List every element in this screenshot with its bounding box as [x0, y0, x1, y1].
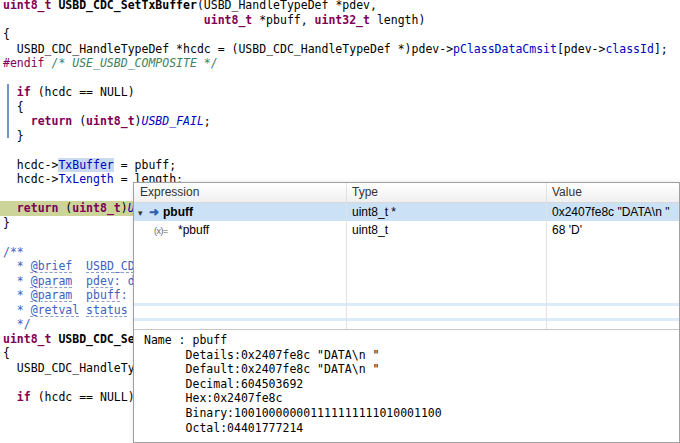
code-token: if — [17, 390, 31, 404]
code-token — [72, 288, 86, 302]
code-token: uint8_t — [3, 0, 51, 12]
code-token: status — [86, 303, 128, 317]
empty-row-stripe — [134, 303, 679, 306]
column-separator — [546, 183, 547, 329]
expression-cell: (x)=*pbuff — [134, 221, 346, 239]
code-token: * — [3, 259, 31, 273]
code-token: USBD_FAIL — [142, 114, 204, 128]
expression-row-deref-pbuff[interactable]: (x)=*pbuff uint8_t 68 'D' — [134, 221, 679, 239]
code-token — [3, 13, 204, 27]
code-token: ( — [197, 0, 204, 12]
code-token: *hcdc = ( — [169, 42, 238, 56]
code-token: USBD_HandleTypeDef — [204, 0, 329, 12]
code-line[interactable]: return (uint8_t)USBD_FAIL; — [3, 114, 680, 129]
detail-line: Name : pbuff — [144, 333, 679, 348]
expression-name: *pbuff — [178, 223, 209, 237]
code-token: return — [17, 201, 59, 215]
code-token: @param — [31, 274, 73, 288]
expression-row-pbuff[interactable]: ▾➜pbuff uint8_t * 0x2407fe8c "DATA\n " — [134, 203, 679, 221]
column-header-value[interactable]: Value — [546, 183, 679, 202]
code-line[interactable] — [3, 71, 680, 86]
code-token — [3, 201, 17, 215]
code-token: ; — [204, 114, 211, 128]
code-token: USBD_CDC_SetTxBuffer — [58, 0, 196, 12]
code-token — [3, 85, 17, 99]
expressions-table-header: Expression Type Value — [134, 183, 679, 203]
details-pane: Name : pbuff Details:0x2407fe8c "DATA\n … — [134, 329, 679, 442]
code-token: return — [31, 114, 73, 128]
expand-toggle-icon[interactable]: ▾ — [138, 204, 149, 221]
code-line[interactable]: { — [3, 27, 680, 42]
code-token: * — [3, 288, 31, 302]
detail-line: Binary:100100000001111111111010001100 — [144, 406, 679, 421]
code-token: uint8_t — [72, 201, 120, 215]
code-token: uint32_t — [315, 13, 370, 27]
code-token: ( — [58, 201, 72, 215]
code-token: ]; — [654, 42, 668, 56]
column-separator — [346, 183, 347, 329]
variables-inspect-popup: Expression Type Value ▾➜pbuff uint8_t * … — [133, 182, 680, 443]
code-token: * — [3, 274, 31, 288]
detail-line: Octal:04401777214 — [144, 421, 679, 436]
code-token: ) — [121, 201, 128, 215]
code-token: /* USE_USBD_COMPOSITE */ — [51, 56, 217, 70]
code-token: #endif — [3, 56, 45, 70]
code-line[interactable]: uint8_t *pbuff, uint32_t length) — [3, 13, 680, 28]
code-token: @retval — [31, 303, 79, 317]
code-token: *)pdev-> — [391, 42, 453, 56]
detail-line: Details:0x2407fe8c "DATA\n " — [144, 348, 679, 363]
code-token — [72, 274, 86, 288]
code-token: USBD_CDC_HandleTy — [17, 361, 135, 375]
code-token: pbuff — [86, 288, 121, 302]
column-header-type[interactable]: Type — [346, 183, 546, 202]
code-token: ( — [72, 114, 86, 128]
code-token: [pdev-> — [557, 42, 605, 56]
expression-type: uint8_t * — [346, 203, 546, 221]
code-token: uint8_t — [204, 13, 252, 27]
detail-line: Hex:0x2407fe8c — [144, 391, 679, 406]
code-token: { — [3, 27, 10, 41]
code-token: @param — [31, 288, 73, 302]
code-token: uint8_t — [86, 114, 134, 128]
code-token: classId — [605, 42, 653, 56]
code-token: if — [17, 85, 31, 99]
code-token: @brief — [31, 259, 73, 273]
detail-line: Default:0x2407fe8c "DATA\n " — [144, 362, 679, 377]
expression-cell: ▾➜pbuff — [134, 203, 346, 221]
code-token: USBD_CDC_Se — [58, 332, 134, 346]
code-token — [3, 390, 17, 404]
code-token — [3, 42, 17, 56]
code-line[interactable] — [3, 143, 680, 158]
code-token: TxBuffer — [58, 158, 113, 172]
code-line[interactable]: } — [3, 129, 680, 144]
code-token: : — [121, 288, 128, 302]
code-token: *pbuff, — [252, 13, 314, 27]
code-token: pdev — [86, 274, 114, 288]
editor-viewport: uint8_t USBD_CDC_SetTxBuffer(USBD_Handle… — [0, 0, 680, 443]
code-line[interactable]: USBD_CDC_HandleTypeDef *hcdc = (USBD_CDC… — [3, 42, 680, 57]
code-token: USBD_CDC_HandleTypeDef — [238, 42, 390, 56]
range-indicator-bar — [7, 84, 9, 138]
detail-line: Decimal:604503692 — [144, 377, 679, 392]
code-token: uint8_t — [3, 332, 51, 346]
code-line[interactable]: { — [3, 100, 680, 115]
code-token: hcdc-> — [3, 158, 58, 172]
code-token: { — [3, 346, 10, 360]
column-header-expression[interactable]: Expression — [134, 183, 346, 202]
pointer-variable-icon: ➜ — [149, 203, 163, 221]
code-token: hcdc-> — [3, 172, 58, 186]
code-line[interactable]: if (hcdc == NULL) — [3, 85, 680, 100]
code-token — [72, 259, 86, 273]
code-line[interactable]: uint8_t USBD_CDC_SetTxBuffer(USBD_Handle… — [3, 0, 680, 13]
code-token: length) — [370, 13, 425, 27]
code-token: pClassDataCmsit — [453, 42, 557, 56]
code-line[interactable]: #endif /* USE_USBD_COMPOSITE */ — [3, 56, 680, 71]
expression-x-icon: (x)= — [154, 222, 178, 239]
code-token: */ — [3, 317, 31, 331]
code-token: ) — [135, 114, 142, 128]
code-token: /** — [3, 245, 24, 259]
code-line[interactable]: hcdc->TxBuffer = pbuff; — [3, 158, 680, 173]
expression-value: 0x2407fe8c "DATA\n " — [546, 203, 679, 221]
code-token — [3, 361, 17, 375]
code-token: (hcdc == NULL) — [31, 85, 135, 99]
